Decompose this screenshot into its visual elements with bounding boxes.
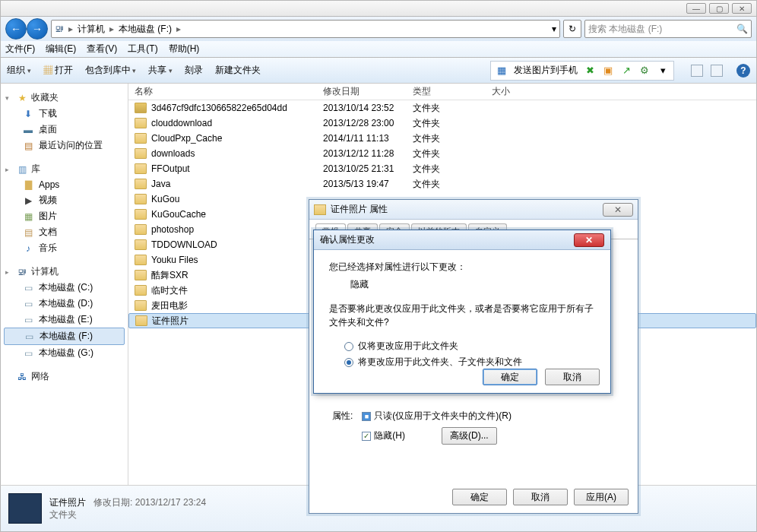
picture-icon: ▦	[22, 211, 34, 223]
toolbar-extension: ▦ 发送图片到手机 ✖ ▣ ↗ ⚙ ▾	[490, 61, 674, 81]
view-mode-button[interactable]	[691, 65, 703, 77]
checkbox-checked-icon	[362, 432, 371, 441]
drive-icon: ▭	[23, 331, 35, 343]
properties-cancel-button[interactable]: 取消	[513, 489, 568, 505]
forward-button[interactable]: →	[27, 18, 48, 40]
share-button[interactable]: 共享	[148, 64, 173, 77]
file-type: 文件夹	[407, 132, 486, 145]
sidebar-drive-g[interactable]: ▭本地磁盘 (G:)	[1, 345, 128, 361]
menu-edit[interactable]: 编辑(E)	[46, 43, 76, 55]
menu-file[interactable]: 文件(F)	[5, 43, 35, 55]
back-button[interactable]: ←	[5, 18, 27, 40]
sidebar-item-music[interactable]: ♪音乐	[1, 240, 128, 256]
table-row[interactable]: CloudPxp_Cache2014/1/11 11:13文件夹	[128, 131, 756, 146]
folder-icon	[135, 194, 147, 204]
close-button[interactable]: ✕	[732, 3, 752, 14]
share-icon[interactable]: ↗	[620, 65, 632, 77]
menubar: 文件(F) 编辑(E) 查看(V) 工具(T) 帮助(H)	[0, 41, 757, 58]
sidebar-item-desktop[interactable]: ▬桌面	[1, 122, 128, 138]
sidebar-item-pictures[interactable]: ▦图片	[1, 208, 128, 224]
table-row[interactable]: clouddownload2013/12/28 23:00文件夹	[128, 116, 756, 131]
newfolder-button[interactable]: 新建文件夹	[215, 64, 261, 77]
menu-help[interactable]: 帮助(H)	[169, 43, 200, 55]
action-icon-1[interactable]: ✖	[584, 65, 596, 77]
advanced-button[interactable]: 高级(D)...	[442, 427, 497, 445]
table-row[interactable]: downloads2013/12/12 11:28文件夹	[128, 146, 756, 161]
file-name: clouddownload	[151, 118, 212, 128]
gear-icon[interactable]: ⚙	[638, 65, 651, 77]
min-button[interactable]: —	[686, 3, 706, 14]
properties-close-button[interactable]: ✕	[603, 203, 633, 217]
folder-icon	[135, 224, 147, 235]
confirm-cancel-button[interactable]: 取消	[545, 369, 600, 385]
readonly-checkbox[interactable]: ■只读(仅应用于文件夹中的文件)(R)	[362, 410, 512, 423]
sidebar-item-recent[interactable]: ▤最近访问的位置	[1, 138, 128, 154]
radio-all-subfolders[interactable]: 将更改应用于此文件夹、子文件夹和文件	[329, 354, 595, 370]
preview-pane-button[interactable]	[711, 65, 723, 77]
file-name: TDDOWNLOAD	[151, 239, 217, 250]
toolbar: 组织 ▦ 打开 包含到库中 共享 刻录 新建文件夹 ▦ 发送图片到手机 ✖ ▣ …	[0, 58, 757, 84]
sidebar-item-videos[interactable]: ▶视频	[1, 192, 128, 208]
folder-icon	[135, 133, 147, 144]
folder-icon	[135, 255, 147, 265]
include-button[interactable]: 包含到库中	[85, 64, 137, 77]
file-name: Youku Files	[151, 255, 198, 265]
table-row[interactable]: Java2013/5/13 19:47文件夹	[128, 176, 756, 192]
menu-tools[interactable]: 工具(T)	[128, 43, 157, 55]
chevron-down-icon[interactable]: ▾	[657, 65, 669, 77]
sidebar-drive-c[interactable]: ▭本地磁盘 (C:)	[1, 280, 128, 296]
burn-button[interactable]: 刻录	[185, 64, 203, 77]
folder-icon	[135, 163, 147, 174]
file-name: 3d467cf9dfc130665822e65d04dd	[151, 103, 287, 113]
confirm-title: 确认属性更改	[320, 233, 375, 246]
file-name: 临时文件	[151, 284, 188, 297]
file-type: 文件夹	[407, 147, 486, 160]
max-button[interactable]: ▢	[709, 3, 729, 14]
sidebar-drive-e[interactable]: ▭本地磁盘 (E:)	[1, 312, 128, 328]
save-icon[interactable]: ▣	[602, 65, 614, 77]
table-row[interactable]: FFOutput2013/10/25 21:31文件夹	[128, 161, 756, 176]
sidebar-drive-d[interactable]: ▭本地磁盘 (D:)	[1, 296, 128, 312]
sidebar-drive-f[interactable]: ▭本地磁盘 (F:)	[4, 328, 125, 345]
details-type: 文件夹	[49, 508, 206, 521]
drive-icon: ▭	[22, 314, 34, 326]
sidebar-item-documents[interactable]: ▤文档	[1, 224, 128, 240]
desktop-icon: ▬	[22, 124, 34, 136]
confirm-close-button[interactable]: ✕	[574, 233, 604, 247]
checkbox-mixed-icon: ■	[362, 412, 371, 421]
crumb-computer[interactable]: 计算机	[78, 23, 105, 36]
hidden-checkbox[interactable]: 隐藏(H) 高级(D)...	[362, 427, 512, 445]
properties-apply-button[interactable]: 应用(A)	[574, 489, 629, 505]
col-name[interactable]: 名称	[128, 85, 317, 98]
properties-ok-button[interactable]: 确定	[452, 489, 507, 505]
address-dropdown[interactable]: ▾	[552, 24, 556, 34]
radio-this-folder[interactable]: 仅将更改应用于此文件夹	[329, 338, 595, 354]
col-date[interactable]: 修改日期	[317, 85, 407, 98]
sidebar-libraries[interactable]: 库	[31, 163, 40, 176]
open-button[interactable]: ▦ 打开	[43, 64, 73, 77]
sidebar-item-apps[interactable]: ▇Apps	[1, 177, 128, 192]
details-meta-value: 2013/12/17 23:24	[135, 497, 206, 508]
help-button[interactable]: ?	[736, 64, 750, 78]
sidebar-computer[interactable]: 计算机	[31, 265, 59, 278]
crumb-drive[interactable]: 本地磁盘 (F:)	[119, 23, 172, 36]
file-name: CloudPxp_Cache	[151, 133, 222, 144]
file-type: 文件夹	[407, 117, 486, 130]
refresh-button[interactable]: ↻	[563, 20, 581, 38]
column-headers[interactable]: 名称 修改日期 类型 大小	[128, 84, 756, 100]
sidebar-favorites[interactable]: 收藏夹	[31, 91, 59, 104]
confirm-ok-button[interactable]: 确定	[483, 369, 537, 385]
organize-button[interactable]: 组织	[7, 64, 31, 77]
search-input[interactable]: 搜索 本地磁盘 (F:) 🔍	[584, 20, 752, 38]
folder-icon	[135, 103, 147, 113]
col-type[interactable]: 类型	[407, 85, 486, 98]
send-to-phone-button[interactable]: 发送图片到手机	[514, 64, 578, 77]
col-size[interactable]: 大小	[486, 85, 546, 98]
menu-view[interactable]: 查看(V)	[87, 43, 117, 55]
attributes-label: 属性:	[332, 410, 353, 445]
table-row[interactable]: 3d467cf9dfc130665822e65d04dd2013/10/14 2…	[128, 100, 756, 116]
document-icon: ▤	[22, 226, 34, 239]
address-bar[interactable]: 🖳 ▸ 计算机 ▸ 本地磁盘 (F:) ▸ ▾	[51, 20, 560, 38]
sidebar-item-downloads[interactable]: ⬇下载	[1, 106, 128, 122]
sidebar-network[interactable]: 网络	[31, 370, 49, 383]
